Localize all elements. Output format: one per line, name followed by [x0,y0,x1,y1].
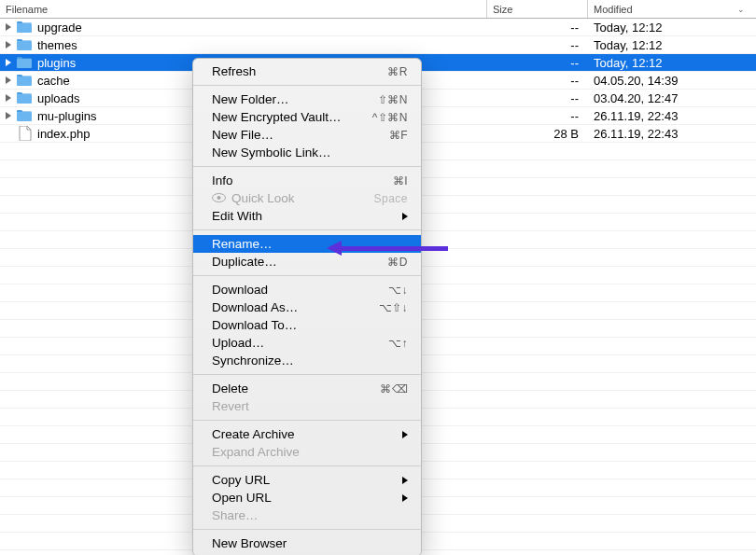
file-row[interactable]: upgrade--Today, 12:12 [0,19,756,36]
menu-item-label: Edit With [212,209,262,223]
menu-item-quick-look: Quick LookSpace [193,189,421,207]
menu-item-new-browser[interactable]: New Browser [193,534,421,552]
menu-item-new-file[interactable]: New File…⌘F [193,126,421,144]
chevron-right-icon [402,494,408,502]
folder-icon [17,75,32,86]
menu-separator [193,465,421,466]
menu-item-label: Download As… [212,300,298,314]
file-row[interactable]: themes--Today, 12:12 [0,36,756,54]
menu-item-label: New File… [212,128,273,142]
menu-item-share: Share… [193,506,421,524]
header-modified-label: Modified [594,4,633,15]
menu-item-label: Quick Look [212,191,295,205]
disclosure-triangle-icon[interactable] [6,94,11,102]
folder-icon [17,110,32,121]
disclosure-triangle-icon[interactable] [6,76,11,84]
menu-item-synchronize[interactable]: Synchronize… [193,352,421,369]
menu-shortcut: ⌥⇧↓ [379,301,409,314]
file-size-cell: -- [487,109,588,123]
menu-separator [193,275,421,276]
menu-item-download-to[interactable]: Download To… [193,316,421,334]
menu-item-label: Duplicate… [212,255,277,269]
file-size-cell: -- [487,74,588,88]
file-name-label: upgrade [37,21,82,35]
menu-separator [193,420,421,421]
column-header: Filename Size Modified ⌄ [0,0,756,19]
menu-item-label: Expand Archive [212,445,300,459]
menu-item-label: Copy URL [212,473,270,487]
menu-item-download-as[interactable]: Download As…⌥⇧↓ [193,298,421,316]
menu-shortcut: ⌥↑ [388,337,408,350]
menu-item-label: Rename… [212,237,273,251]
menu-item-label: Refresh [212,64,256,78]
svg-rect-5 [17,112,32,121]
file-modified-cell: 26.11.19, 22:43 [588,127,756,141]
menu-shortcut: ^⇧⌘N [372,111,408,124]
context-menu: Refresh⌘RNew Folder…⇧⌘NNew Encrypted Vau… [192,58,422,555]
menu-shortcut: ⌘I [393,174,408,187]
folder-icon [17,57,32,68]
arrow-line [342,246,448,251]
menu-separator [193,374,421,375]
menu-shortcut: ⌘R [387,65,408,78]
menu-item-edit-with[interactable]: Edit With [193,207,421,225]
svg-rect-4 [17,94,32,104]
menu-shortcut: ⇧⌘N [378,93,408,106]
chevron-right-icon [402,431,408,438]
file-name-label: themes [37,38,77,52]
menu-item-delete[interactable]: Delete⌘⌫ [193,380,421,397]
file-name-label: cache [37,74,70,88]
svg-point-7 [217,196,221,200]
file-name-cell: themes [0,38,487,52]
file-size-cell: -- [487,38,588,52]
disclosure-triangle-icon[interactable] [6,59,11,66]
menu-item-new-symbolic-link[interactable]: New Symbolic Link… [193,144,421,161]
folder-icon [17,21,32,33]
disclosure-triangle-icon[interactable] [6,41,11,49]
menu-item-label: Share… [212,508,259,522]
menu-item-copy-url[interactable]: Copy URL [193,471,421,489]
svg-rect-1 [17,41,32,50]
menu-item-upload[interactable]: Upload…⌥↑ [193,334,421,352]
file-size-cell: -- [487,91,588,105]
file-name-label: plugins [37,56,76,70]
menu-item-download[interactable]: Download⌥↓ [193,281,421,298]
file-icon [19,126,32,141]
menu-item-info[interactable]: Info⌘I [193,172,421,189]
menu-item-label: Synchronize… [212,354,294,368]
menu-item-new-encrypted-vault[interactable]: New Encrypted Vault…^⇧⌘N [193,108,421,126]
disclosure-triangle-icon[interactable] [6,112,11,119]
menu-item-label: New Encrypted Vault… [212,110,342,124]
menu-shortcut: Space [373,192,408,205]
menu-shortcut: ⌘D [387,256,408,269]
file-modified-cell: 03.04.20, 12:47 [588,91,756,105]
svg-rect-3 [17,76,32,86]
menu-item-label: Info [212,173,233,187]
header-modified[interactable]: Modified ⌄ [588,0,756,18]
chevron-right-icon [402,213,408,220]
menu-separator [193,529,421,530]
chevron-down-icon: ⌄ [737,5,745,14]
menu-item-label: Revert [212,399,249,413]
chevron-right-icon [402,477,408,484]
menu-item-label: Delete [212,382,248,395]
menu-item-expand-archive: Expand Archive [193,443,421,461]
menu-item-refresh[interactable]: Refresh⌘R [193,62,421,80]
menu-item-open-url[interactable]: Open URL [193,489,421,506]
svg-rect-2 [17,59,32,68]
file-name-cell: upgrade [0,21,487,35]
file-size-cell: 28 B [487,127,588,141]
header-size[interactable]: Size [487,0,588,18]
disclosure-triangle-icon[interactable] [6,23,11,31]
menu-item-label: New Folder… [212,92,289,106]
file-modified-cell: 26.11.19, 22:43 [588,109,756,123]
menu-shortcut: ⌥↓ [388,284,408,297]
menu-shortcut: ⌘⌫ [380,382,408,395]
file-modified-cell: 04.05.20, 14:39 [588,74,756,88]
menu-item-new-folder[interactable]: New Folder…⇧⌘N [193,90,421,108]
menu-item-label: Download To… [212,318,297,332]
menu-item-label: Upload… [212,336,264,350]
header-filename[interactable]: Filename [0,0,487,18]
file-size-cell: -- [487,56,588,70]
menu-item-create-archive[interactable]: Create Archive [193,425,421,443]
